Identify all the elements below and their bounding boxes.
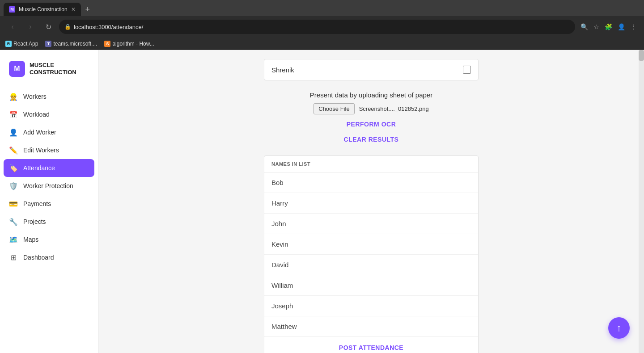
sidebar-item-edit-workers-label: Edit Workers [23, 147, 59, 154]
bookmark-algo-label: algorithm - How... [112, 41, 154, 47]
nav-right-icons: 🔍 ☆ 🧩 👤 ⋮ [579, 21, 639, 32]
address-bar[interactable]: 🔒 localhost:3000/attendance/ [59, 20, 575, 34]
projects-icon: 🔧 [9, 217, 18, 226]
attendance-icon: 🏷️ [9, 164, 18, 172]
main-content: Shrenik Present data by uploading sheet … [98, 50, 644, 353]
sidebar-logo: M MUSCLE CONSTRUCTION [0, 57, 98, 88]
list-item: Bob [264, 172, 478, 193]
list-item: Matthew [264, 316, 478, 337]
browser-chrome: M Muscle Construction ✕ + ‹ › ↻ 🔒 localh… [0, 0, 644, 38]
sidebar-item-dashboard-label: Dashboard [23, 254, 54, 261]
address-text: localhost:3000/attendance/ [74, 24, 143, 30]
sidebar-item-dashboard[interactable]: ⊞ Dashboard [0, 248, 98, 266]
list-item: David [264, 255, 478, 275]
logo-icon: M [9, 61, 25, 77]
list-item: Kevin [264, 234, 478, 255]
app-container: M MUSCLE CONSTRUCTION 👷 Workers 📅 Worklo… [0, 50, 644, 353]
scroll-up-icon: ↑ [617, 322, 622, 334]
bookmark-teams-label: teams.microsoft.... [53, 41, 97, 47]
scrollbar-thumb[interactable] [639, 50, 644, 61]
search-icon[interactable]: 🔍 [579, 21, 590, 32]
sidebar-item-workload[interactable]: 📅 Workload [0, 105, 98, 123]
back-button[interactable]: ‹ [5, 20, 20, 34]
clear-results-button[interactable]: CLEAR RESULTS [344, 134, 399, 145]
logo-text: MUSCLE CONSTRUCTION [30, 62, 76, 76]
maps-icon: 🗺️ [9, 235, 18, 244]
file-input-row: Choose File Screenshot...._012852.png [314, 103, 429, 114]
tab-title: Muscle Construction [19, 6, 68, 13]
sidebar: M MUSCLE CONSTRUCTION 👷 Workers 📅 Worklo… [0, 50, 98, 353]
edit-workers-icon: ✏️ [9, 146, 18, 155]
workers-icon: 👷 [9, 92, 18, 101]
sidebar-item-attendance[interactable]: 🏷️ Attendance [4, 159, 94, 177]
names-list-container: NAMES IN LIST Bob Harry John Kevin David… [264, 155, 479, 353]
reload-button[interactable]: ↻ [41, 20, 55, 34]
list-item: Harry [264, 193, 478, 214]
active-tab[interactable]: M Muscle Construction ✕ [4, 3, 81, 16]
sidebar-item-worker-protection-label: Worker Protection [23, 182, 73, 189]
sidebar-item-add-worker-label: Add Worker [23, 129, 56, 136]
tab-favicon: M [9, 6, 15, 13]
post-attendance-button[interactable]: POST ATTENDANCE [264, 337, 478, 353]
forward-button[interactable]: › [23, 20, 38, 34]
list-item: John [264, 214, 478, 234]
add-worker-icon: 👤 [9, 128, 18, 137]
nav-bar: ‹ › ↻ 🔒 localhost:3000/attendance/ 🔍 ☆ 🧩… [0, 16, 644, 38]
teams-favicon: T [45, 41, 51, 47]
perform-ocr-button[interactable]: PERFORM OCR [347, 119, 396, 130]
algo-favicon: S [104, 41, 110, 47]
scroll-to-top-button[interactable]: ↑ [608, 317, 630, 339]
shrenik-name: Shrenik [271, 66, 294, 74]
worker-protection-icon: 🛡️ [9, 181, 18, 190]
payments-icon: 💳 [9, 199, 18, 208]
sidebar-item-edit-workers[interactable]: ✏️ Edit Workers [0, 141, 98, 159]
file-name-display: Screenshot...._012852.png [359, 105, 429, 112]
new-tab-button[interactable]: + [81, 3, 94, 16]
bookmark-react-label: React App [13, 41, 38, 47]
sidebar-item-projects-label: Projects [23, 218, 46, 225]
tab-bar: M Muscle Construction ✕ + [0, 0, 644, 16]
bookmark-react-app[interactable]: R React App [5, 41, 38, 47]
scrollbar-track[interactable] [639, 50, 644, 353]
sidebar-item-workload-label: Workload [23, 111, 50, 118]
bookmark-teams[interactable]: T teams.microsoft.... [45, 41, 97, 47]
choose-file-button[interactable]: Choose File [314, 103, 354, 114]
sidebar-item-maps[interactable]: 🗺️ Maps [0, 231, 98, 248]
dashboard-icon: ⊞ [9, 253, 18, 262]
react-favicon: R [5, 41, 12, 47]
profile-icon[interactable]: 👤 [616, 21, 627, 32]
sidebar-item-maps-label: Maps [23, 236, 38, 243]
menu-icon[interactable]: ⋮ [629, 21, 639, 32]
list-item: Joseph [264, 296, 478, 316]
sidebar-item-payments[interactable]: 💳 Payments [0, 195, 98, 213]
bookmarks-bar: R React App T teams.microsoft.... S algo… [0, 38, 644, 50]
names-list-header: NAMES IN LIST [264, 156, 478, 172]
upload-section: Present data by uploading sheet of paper… [264, 91, 479, 145]
list-item: William [264, 275, 478, 296]
sidebar-item-add-worker[interactable]: 👤 Add Worker [0, 123, 98, 141]
sidebar-item-workers-label: Workers [23, 93, 47, 100]
workload-icon: 📅 [9, 110, 18, 119]
upload-label: Present data by uploading sheet of paper [310, 91, 432, 99]
shrenik-row: Shrenik [264, 59, 479, 80]
sidebar-item-worker-protection[interactable]: 🛡️ Worker Protection [0, 177, 98, 195]
secure-icon: 🔒 [64, 24, 71, 30]
shrenik-checkbox[interactable] [463, 66, 471, 74]
bookmark-algorithm[interactable]: S algorithm - How... [104, 41, 154, 47]
tab-close-button[interactable]: ✕ [71, 6, 76, 13]
sidebar-item-workers[interactable]: 👷 Workers [0, 88, 98, 105]
sidebar-item-payments-label: Payments [23, 200, 51, 207]
content-area: Shrenik Present data by uploading sheet … [98, 50, 644, 353]
extensions-icon[interactable]: 🧩 [603, 21, 614, 32]
sidebar-item-projects[interactable]: 🔧 Projects [0, 213, 98, 231]
sidebar-item-attendance-label: Attendance [23, 164, 55, 172]
bookmark-icon[interactable]: ☆ [592, 21, 601, 32]
